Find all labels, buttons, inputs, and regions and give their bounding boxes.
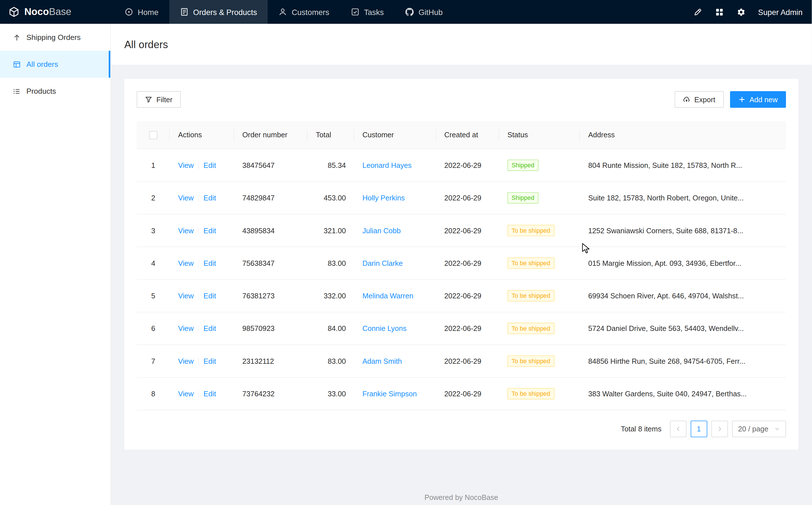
total-cell: 84.00 bbox=[307, 312, 354, 345]
pagination-page-1[interactable]: 1 bbox=[691, 420, 707, 437]
view-link[interactable]: View bbox=[178, 291, 194, 300]
user-menu[interactable]: Super Admin bbox=[758, 8, 802, 16]
customer-link[interactable]: Leonard Hayes bbox=[362, 161, 412, 169]
table-row: 2 ViewEdit 74829847 453.00 Holly Perkins… bbox=[137, 181, 786, 214]
status-badge: To be shipped bbox=[507, 290, 554, 302]
edit-link[interactable]: Edit bbox=[204, 259, 216, 267]
created-at-cell: 2022-06-29 bbox=[436, 280, 499, 312]
sidebar-item-label: Shipping Orders bbox=[26, 33, 81, 41]
view-link[interactable]: View bbox=[178, 161, 194, 169]
edit-link[interactable]: Edit bbox=[204, 389, 216, 397]
total-cell: 33.00 bbox=[307, 377, 354, 410]
edit-link[interactable]: Edit bbox=[204, 291, 216, 300]
nav-item-label: GitHub bbox=[419, 8, 443, 16]
select-all-checkbox[interactable] bbox=[149, 131, 157, 140]
logo-text: NocoBase bbox=[24, 6, 71, 18]
filter-funnel-icon bbox=[145, 96, 152, 103]
view-link[interactable]: View bbox=[178, 389, 194, 397]
edit-link[interactable]: Edit bbox=[204, 226, 216, 234]
created-at-cell: 2022-06-29 bbox=[436, 214, 499, 247]
view-link[interactable]: View bbox=[178, 194, 194, 202]
tasks-icon bbox=[351, 8, 359, 16]
sidebar-item-products[interactable]: Products bbox=[0, 78, 110, 105]
arrow-up-icon bbox=[13, 33, 21, 41]
sidebar-item-label: Products bbox=[26, 87, 56, 95]
pagination-next-button[interactable] bbox=[711, 420, 728, 437]
customer-link[interactable]: Connie Lyons bbox=[362, 324, 407, 332]
nav-item-github[interactable]: GitHub bbox=[395, 0, 454, 24]
created-at-cell: 2022-06-29 bbox=[436, 247, 499, 280]
status-badge: To be shipped bbox=[507, 225, 554, 236]
row-index: 7 bbox=[152, 357, 155, 365]
nav-item-tasks[interactable]: Tasks bbox=[340, 0, 395, 24]
sidebar-item-shipping-orders[interactable]: Shipping Orders bbox=[0, 24, 110, 51]
address-cell: 84856 Hirthe Run, Suite 268, 94754-6705,… bbox=[580, 345, 786, 377]
customers-icon bbox=[279, 8, 287, 16]
status-badge: To be shipped bbox=[507, 388, 554, 399]
created-at-cell: 2022-06-29 bbox=[436, 149, 499, 181]
customer-link[interactable]: Frankie Simpson bbox=[362, 389, 417, 397]
order-number-cell: 43895834 bbox=[234, 214, 307, 247]
table-row: 6 ViewEdit 98570923 84.00 Connie Lyons 2… bbox=[137, 312, 786, 345]
chevron-left-icon bbox=[675, 426, 681, 432]
view-link[interactable]: View bbox=[178, 357, 194, 365]
table-row: 8 ViewEdit 73764232 33.00 Frankie Simpso… bbox=[137, 377, 786, 410]
add-new-button-label: Add new bbox=[750, 96, 778, 104]
customer-link[interactable]: Adam Smith bbox=[362, 357, 402, 365]
nav-item-home[interactable]: Home bbox=[114, 0, 170, 24]
nav-item-orders-products[interactable]: Orders & Products bbox=[169, 0, 268, 24]
home-icon bbox=[125, 8, 133, 16]
view-link[interactable]: View bbox=[178, 226, 194, 234]
action-divider bbox=[198, 293, 199, 300]
customer-link[interactable]: Holly Perkins bbox=[362, 194, 405, 202]
filter-button[interactable]: Filter bbox=[137, 91, 181, 108]
order-number-cell: 73764232 bbox=[234, 377, 307, 410]
nav-item-customers[interactable]: Customers bbox=[268, 0, 340, 24]
row-index: 6 bbox=[152, 324, 155, 332]
view-link[interactable]: View bbox=[178, 324, 194, 332]
mouse-cursor bbox=[582, 243, 590, 254]
chevron-down-icon bbox=[775, 426, 780, 432]
page-size-select[interactable]: 20 / page bbox=[732, 420, 786, 437]
sidebar: Shipping Orders All orders Products bbox=[0, 24, 111, 505]
address-cell: 015 Margie Mission, Apt. 093, 34936, Ebe… bbox=[580, 247, 786, 280]
view-link[interactable]: View bbox=[178, 259, 194, 267]
address-cell: 5724 Daniel Drive, Suite 563, 54403, Wen… bbox=[580, 312, 786, 345]
action-divider bbox=[198, 390, 199, 398]
total-cell: 83.00 bbox=[307, 345, 354, 377]
customer-link[interactable]: Melinda Warren bbox=[362, 291, 414, 300]
order-number-cell: 74829847 bbox=[234, 181, 307, 214]
created-at-cell: 2022-06-29 bbox=[436, 181, 499, 214]
filter-button-label: Filter bbox=[157, 96, 173, 104]
customer-link[interactable]: Darin Clarke bbox=[362, 259, 402, 267]
status-badge: Shipped bbox=[507, 160, 538, 171]
created-at-cell: 2022-06-29 bbox=[436, 377, 499, 410]
action-divider bbox=[198, 227, 199, 235]
total-cell: 332.00 bbox=[307, 280, 354, 312]
pagination-prev-button[interactable] bbox=[670, 420, 687, 437]
sidebar-item-all-orders[interactable]: All orders bbox=[0, 51, 110, 77]
export-button-label: Export bbox=[694, 96, 715, 104]
total-cell: 83.00 bbox=[307, 247, 354, 280]
customer-link[interactable]: Julian Cobb bbox=[362, 226, 400, 234]
navbar-actions: Super Admin bbox=[689, 0, 812, 24]
settings-button[interactable] bbox=[732, 3, 750, 21]
column-header-customer: Customer bbox=[354, 121, 436, 149]
ui-editor-button[interactable] bbox=[689, 3, 706, 21]
pagination: Total 8 items 1 20 / page bbox=[137, 420, 786, 437]
order-number-cell: 98570923 bbox=[234, 312, 307, 345]
edit-link[interactable]: Edit bbox=[204, 194, 216, 202]
logo[interactable]: NocoBase bbox=[0, 0, 111, 24]
highlighter-pen-icon bbox=[693, 8, 702, 16]
action-divider bbox=[198, 162, 199, 169]
plugins-button[interactable] bbox=[711, 3, 728, 21]
address-cell: 383 Walter Gardens, Suite 040, 24947, Be… bbox=[580, 377, 786, 410]
created-at-cell: 2022-06-29 bbox=[436, 312, 499, 345]
column-header-created-at: Created at bbox=[436, 121, 499, 149]
edit-link[interactable]: Edit bbox=[204, 357, 216, 365]
edit-link[interactable]: Edit bbox=[204, 161, 216, 169]
add-new-button[interactable]: Add new bbox=[730, 91, 786, 108]
export-button[interactable]: Export bbox=[675, 91, 724, 108]
order-number-cell: 76381273 bbox=[234, 280, 307, 312]
edit-link[interactable]: Edit bbox=[204, 324, 216, 332]
